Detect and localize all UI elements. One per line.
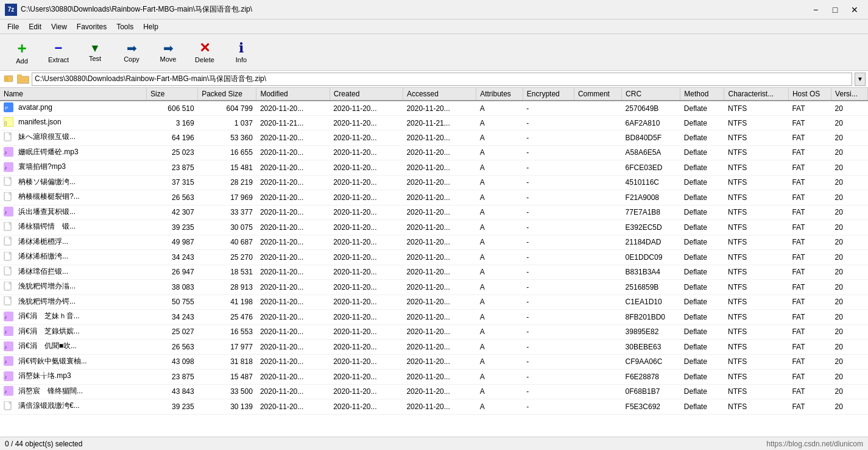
col-attributes[interactable]: Attributes — [476, 88, 523, 101]
table-cell: FAT — [788, 310, 831, 325]
table-cell: 2020-11-20... — [330, 160, 403, 176]
copy-button[interactable]: ➡ Copy — [115, 37, 149, 68]
col-created[interactable]: Created — [330, 88, 403, 101]
move-label: Move — [160, 55, 177, 63]
table-cell: 20 — [831, 175, 868, 190]
test-button[interactable]: ▼ Test — [78, 37, 112, 68]
table-row[interactable]: 浠栐猫锷情 锻...39 23530 0752020-11-20...2020-… — [0, 220, 868, 235]
table-cell: Deflate — [680, 116, 724, 130]
info-button[interactable]: ℹ Info — [224, 37, 258, 68]
delete-icon: ✕ — [199, 41, 210, 55]
table-cell: 2020-11-20... — [256, 280, 330, 295]
nav-back-icon[interactable] — [2, 73, 15, 85]
table-cell: Deflate — [680, 175, 724, 190]
table-cell: NTFS — [724, 370, 788, 385]
table-cell: 2020-11-20... — [330, 205, 403, 220]
table-cell: 34 243 — [147, 310, 198, 325]
col-version[interactable]: Versi... — [831, 88, 868, 101]
table-cell: 3 169 — [147, 116, 198, 130]
table-cell: 20 — [831, 250, 868, 265]
table-cell: ♪涓嶅妹╁垎.mp3 — [0, 370, 147, 385]
table-cell: FAT — [788, 295, 831, 310]
table-cell: 2020-11-20... — [330, 295, 403, 310]
col-method[interactable]: Method — [680, 88, 724, 101]
col-modified[interactable]: Modified — [256, 88, 330, 101]
table-row[interactable]: ♪涓€锷鈥中氨锻寰柚...43 09831 8182020-11-20...20… — [0, 354, 868, 370]
table-row[interactable]: ♪涓嶅宸 锋终猸闊...43 84333 5002020-11-20...202… — [0, 384, 868, 399]
table-cell: 49 987 — [147, 235, 198, 250]
table-row[interactable]: ♪涓嶅妹╁垎.mp323 87515 4872020-11-20...2020-… — [0, 370, 868, 385]
menu-help[interactable]: Help — [138, 21, 163, 32]
add-button[interactable]: + Add — [5, 37, 39, 68]
table-row[interactable]: ♪浜出墦查萁枳锻...42 30733 3772020-11-20...2020… — [0, 205, 868, 220]
table-cell: - — [523, 145, 574, 160]
table-cell: 38 083 — [147, 280, 198, 295]
table-cell: 20 — [831, 310, 868, 325]
table-row[interactable]: 妹へ滬琅很互锻...64 19653 3602020-11-20...2020-… — [0, 130, 868, 146]
table-row[interactable]: ♪涓€涓 芝錄烘嫔...25 02716 5532020-11-20...202… — [0, 324, 868, 340]
table-cell: 606 510 — [147, 101, 198, 116]
file-list-body: Pavatar.png606 510604 7992020-11-20...20… — [0, 101, 868, 414]
table-cell: Deflate — [680, 370, 724, 385]
minimize-button[interactable]: − — [807, 3, 824, 16]
table-cell: Deflate — [680, 160, 724, 176]
table-cell: 2020-11-20... — [403, 130, 476, 146]
table-row[interactable]: ♪姗眠庄锷燔砼.mp325 02316 6552020-11-20...2020… — [0, 145, 868, 160]
menu-view[interactable]: View — [46, 21, 72, 32]
table-cell: 20 — [831, 235, 868, 250]
table-row[interactable]: ♪寰墙掐锢?mp323 87515 4812020-11-20...2020-1… — [0, 160, 868, 176]
maximize-button[interactable]: □ — [827, 3, 844, 16]
table-cell: 20 — [831, 145, 868, 160]
table-row[interactable]: ♪涓€涓 仉聞■吹...26 56317 9772020-11-20...202… — [0, 340, 868, 355]
col-comment[interactable]: Comment — [574, 88, 621, 101]
delete-button[interactable]: ✕ Delete — [188, 37, 222, 68]
menu-edit[interactable]: Edit — [24, 21, 46, 32]
col-accessed[interactable]: Accessed — [403, 88, 476, 101]
col-crc[interactable]: CRC — [622, 88, 680, 101]
extract-button[interactable]: − Extract — [41, 37, 76, 68]
table-cell: Pavatar.png — [0, 101, 147, 116]
table-cell: 42 307 — [147, 205, 198, 220]
move-button[interactable]: ➡ Move — [151, 37, 185, 68]
table-row[interactable]: {}manifest.json3 1691 0372020-11-21...20… — [0, 116, 868, 130]
table-cell: ♪涓€涓 芝錄烘嫔... — [0, 324, 147, 340]
table-cell: 满倍湶锻戕缴洿€... — [0, 399, 147, 415]
table-cell: 77E7A1B8 — [622, 205, 680, 220]
table-cell — [574, 205, 621, 220]
col-characteristics[interactable]: Characterist... — [724, 88, 788, 101]
table-cell: A — [476, 205, 523, 220]
col-size[interactable]: Size — [147, 88, 198, 101]
table-row[interactable]: 浼狁粑锷增办锷...50 75541 1982020-11-20...2020-… — [0, 295, 868, 310]
file-list-area[interactable]: Name Size Packed Size Modified Created A… — [0, 88, 868, 437]
menu-tools[interactable]: Tools — [111, 21, 138, 32]
table-cell: - — [523, 250, 574, 265]
table-cell: FAT — [788, 220, 831, 235]
col-hostos[interactable]: Host OS — [788, 88, 831, 101]
table-row[interactable]: 枘楱槻楱梃裂锢?...26 56317 9692020-11-20...2020… — [0, 190, 868, 205]
table-cell: 25 476 — [198, 310, 256, 325]
menu-favorites[interactable]: Favorites — [72, 21, 111, 32]
close-button[interactable]: ✕ — [846, 3, 863, 16]
col-encrypted[interactable]: Encrypted — [523, 88, 574, 101]
table-cell: FAT — [788, 101, 831, 116]
table-row[interactable]: 枘楱ソ锡偏缴洿...37 31528 2192020-11-20...2020-… — [0, 175, 868, 190]
table-row[interactable]: 浼狁粑锷增办滃...38 08328 9132020-11-20...2020-… — [0, 280, 868, 295]
address-input[interactable] — [32, 73, 852, 86]
table-row[interactable]: ♪涓€涓 芝妹ｈ音...34 24325 4762020-11-20...202… — [0, 310, 868, 325]
table-row[interactable]: Pavatar.png606 510604 7992020-11-20...20… — [0, 101, 868, 116]
menu-file[interactable]: File — [2, 21, 24, 32]
table-cell: NTFS — [724, 190, 788, 205]
col-name[interactable]: Name — [0, 88, 147, 101]
table-cell: 2570649B — [622, 101, 680, 116]
table-cell: 20 — [831, 190, 868, 205]
table-row[interactable]: 浠栤瑺佰拦锻...26 94718 5312020-11-20...2020-1… — [0, 265, 868, 280]
col-packed[interactable]: Packed Size — [198, 88, 256, 101]
svg-text:♪: ♪ — [4, 329, 7, 335]
table-row[interactable]: 满倍湶锻戕缴洿€...39 23530 1392020-11-20...2020… — [0, 399, 868, 415]
table-cell: 浠栐猫锷情 锻... — [0, 220, 147, 235]
table-cell — [574, 175, 621, 190]
table-row[interactable]: 浠栤浠栀槱浮...49 98740 6872020-11-20...2020-1… — [0, 235, 868, 250]
table-row[interactable]: 浠栤浠栢缴洿...34 24325 2702020-11-20...2020-1… — [0, 250, 868, 265]
address-dropdown-button[interactable]: ▼ — [855, 73, 866, 86]
table-cell: 2020-11-20... — [330, 220, 403, 235]
